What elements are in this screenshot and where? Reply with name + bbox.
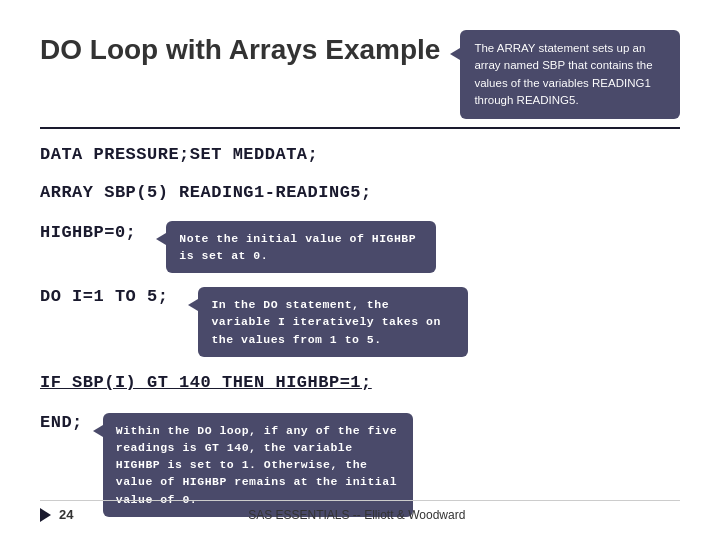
do-line: DO I=1 TO 5; xyxy=(40,287,168,306)
title-row: DO Loop with Arrays Example The ARRAY st… xyxy=(40,30,680,119)
highbp-tooltip: Note the initial value of HIGHBP is set … xyxy=(166,221,436,274)
data-statement-text: DATA PRESSURE;SET MEDDATA; xyxy=(40,145,318,164)
slide: DO Loop with Arrays Example The ARRAY st… xyxy=(0,0,720,540)
do-row: DO I=1 TO 5; In the DO statement, the va… xyxy=(40,287,680,357)
highbp-text: HIGHBP=0; xyxy=(40,223,136,242)
array-tooltip: The ARRAY statement sets up an array nam… xyxy=(460,30,680,119)
array-statement-text: ARRAY SBP(5) READING1-READING5; xyxy=(40,183,372,202)
footer-left: 24 xyxy=(40,507,73,522)
highbp-row: HIGHBP=0; Note the initial value of HIGH… xyxy=(40,223,680,274)
page-number: 24 xyxy=(59,507,73,522)
footer-text: SAS ESSENTIALS -- Elliott & Woodward xyxy=(248,508,465,522)
array-tooltip-text: The ARRAY statement sets up an array nam… xyxy=(474,42,652,106)
end-tooltip-text: Within the DO loop, if any of the five r… xyxy=(116,424,397,506)
data-statement-line: DATA PRESSURE;SET MEDDATA; xyxy=(40,143,680,167)
do-tooltip: In the DO statement, the variable I iter… xyxy=(198,287,468,357)
if-statement-line: IF SBP(I) GT 140 THEN HIGHBP=1; xyxy=(40,371,680,395)
end-line: END; xyxy=(40,413,83,432)
code-block: DATA PRESSURE;SET MEDDATA; ARRAY SBP(5) … xyxy=(40,143,680,517)
footer: 24 SAS ESSENTIALS -- Elliott & Woodward xyxy=(40,500,680,522)
end-text: END; xyxy=(40,413,83,432)
array-statement-line: ARRAY SBP(5) READING1-READING5; xyxy=(40,181,680,205)
highbp-tooltip-text: Note the initial value of HIGHBP is set … xyxy=(179,232,416,262)
highbp-line: HIGHBP=0; xyxy=(40,223,136,242)
do-tooltip-text: In the DO statement, the variable I iter… xyxy=(211,298,440,346)
title-divider xyxy=(40,127,680,129)
play-icon xyxy=(40,508,51,522)
do-text: DO I=1 TO 5; xyxy=(40,287,168,306)
if-statement-text: IF SBP(I) GT 140 THEN HIGHBP=1; xyxy=(40,373,372,392)
page-title: DO Loop with Arrays Example xyxy=(40,34,440,66)
